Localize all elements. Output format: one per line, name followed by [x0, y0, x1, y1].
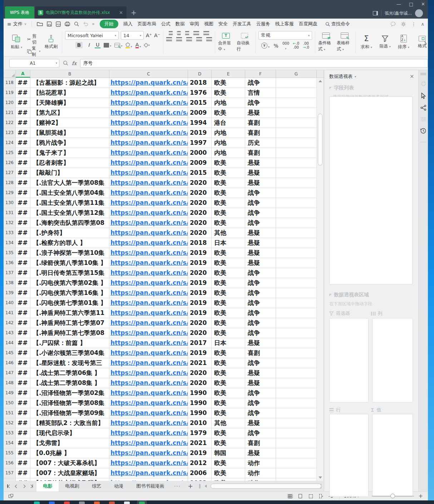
align-bottom-icon[interactable]: [185, 31, 189, 35]
cell-genre[interactable]: 喜剧: [245, 118, 276, 128]
tab-cloud[interactable]: 云服务: [256, 21, 270, 27]
cell-empty[interactable]: [276, 428, 317, 438]
row-number[interactable]: 148: [4, 378, 16, 388]
cell-link[interactable]: https://pan.quark.cn/s/: [109, 148, 188, 158]
cell-genre[interactable]: 喜剧: [245, 148, 276, 158]
cell-region[interactable]: 港台: [212, 118, 245, 128]
align-middle-icon[interactable]: [177, 31, 181, 35]
cell-year[interactable]: 2019: [188, 288, 212, 298]
cell-genre[interactable]: 悬疑: [245, 108, 276, 118]
table-row[interactable]: 129 ## 【.国土安全第八季第04集 https://pan.quark.c…: [4, 188, 324, 198]
cell-title[interactable]: 【.尸囚狱：前篇 】: [30, 338, 109, 348]
cell-serial[interactable]: ##: [16, 368, 30, 378]
tab-page-layout[interactable]: 页面布局: [138, 21, 156, 27]
cell-empty[interactable]: [276, 378, 317, 388]
tab-support[interactable]: 线上客服: [275, 21, 294, 27]
cell-empty[interactable]: [276, 308, 317, 318]
cell-serial[interactable]: ##: [16, 138, 30, 148]
cell-genre[interactable]: 战争: [245, 328, 276, 338]
taskbar-icon[interactable]: [79, 501, 85, 504]
cell-region[interactable]: 日本: [212, 338, 245, 348]
table-row[interactable]: 122 ## 【赌神2】 https://pan.quark.cn/s/ 199…: [4, 118, 324, 128]
cell-region[interactable]: 欧美: [212, 478, 245, 481]
increase-decimal-button[interactable]: ←.0.00: [293, 42, 299, 49]
cell-title[interactable]: 【007外传之巡弋飞弹】: [30, 478, 109, 481]
cell-link[interactable]: https://pan.quark.cn/s/: [109, 328, 188, 338]
cell-link[interactable]: https://pan.quark.cn/s/: [109, 218, 188, 228]
row-number[interactable]: 136: [4, 258, 16, 268]
sum-button[interactable]: Σ 求和 ▾: [359, 35, 374, 50]
row-number[interactable]: 121: [4, 108, 16, 118]
table-row[interactable]: 130 ## 【.国土安全第八季第11集 https://pan.quark.c…: [4, 198, 324, 208]
cell-empty[interactable]: [276, 358, 317, 368]
cell-empty[interactable]: [276, 448, 317, 458]
row-number[interactable]: 119: [4, 88, 16, 98]
cell-genre[interactable]: 战争: [245, 308, 276, 318]
cell-year[interactable]: 2020: [188, 228, 212, 238]
cell-link[interactable]: https://pan.quark.cn/s/: [109, 248, 188, 258]
more-quick-icons[interactable]: »: [92, 21, 94, 26]
cell-link[interactable]: https://pan.quark.cn/s/: [109, 358, 188, 368]
cell-serial[interactable]: ##: [16, 288, 30, 298]
cell-title[interactable]: 【.法官大人第一季第08集: [30, 178, 109, 188]
tab-review[interactable]: 审阅: [190, 21, 199, 27]
cell-empty[interactable]: [276, 288, 317, 298]
cell-link[interactable]: https://pan.quark.cn/s/: [109, 408, 188, 418]
cell-year[interactable]: 2020: [188, 198, 212, 208]
cell-year[interactable]: 2021: [188, 358, 212, 368]
cell-empty[interactable]: [276, 168, 317, 178]
taskbar-icon[interactable]: [109, 501, 115, 504]
cell-title[interactable]: 【赌神2】: [30, 118, 109, 128]
row-number[interactable]: 141: [4, 308, 16, 318]
decrease-decimal-button[interactable]: .00→.0: [303, 42, 309, 49]
cell-region[interactable]: 欧美: [212, 178, 245, 188]
cell-year[interactable]: 2019: [188, 248, 212, 258]
cell-title[interactable]: 【007：大破天幕杀机】: [30, 458, 109, 468]
cell-serial[interactable]: ##: [16, 98, 30, 108]
row-number[interactable]: 123: [4, 128, 16, 138]
taskbar-icon[interactable]: [124, 501, 130, 504]
cell-region[interactable]: 欧美: [212, 368, 245, 378]
cell-title[interactable]: 【现代启示录】: [30, 428, 109, 438]
cell-genre[interactable]: 言情: [245, 88, 276, 98]
cell-link[interactable]: https://pan.quark.cn/s/: [109, 398, 188, 408]
cell-link[interactable]: https://pan.quark.cn/s/: [109, 128, 188, 138]
cell-link[interactable]: https://pan.quark.cn/s/: [109, 108, 188, 118]
cell-region[interactable]: 欧美: [212, 268, 245, 278]
cell-title[interactable]: 【.沼泽怪物第一季第08集: [30, 398, 109, 408]
cell-region[interactable]: 欧美: [212, 108, 245, 118]
cell-empty[interactable]: [276, 148, 317, 158]
table-row[interactable]: 125 ## 【鬼子来了】 https://pan.quark.cn/s/ 20…: [4, 148, 324, 158]
cell-empty[interactable]: [276, 408, 317, 418]
table-row[interactable]: 153 ## 【现代启示录】 https://pan.quark.cn/s/ 1…: [4, 428, 324, 438]
taskbar-icon-wps-active[interactable]: [139, 501, 145, 504]
italic-button[interactable]: I: [86, 42, 92, 48]
cell-title[interactable]: 【0.0兆赫 】: [30, 448, 109, 458]
cell-region[interactable]: 欧美: [212, 188, 245, 198]
share-icon[interactable]: [420, 105, 426, 111]
table-row[interactable]: 126 ## 【忍者刺客】 https://pan.quark.cn/s/ 20…: [4, 158, 324, 168]
align-center-icon[interactable]: [176, 37, 182, 41]
history-clock-icon[interactable]: [420, 128, 426, 134]
prev-sheet-icon[interactable]: [15, 484, 18, 488]
cell-serial[interactable]: ##: [16, 448, 30, 458]
cell-empty[interactable]: [276, 368, 317, 378]
cell-title[interactable]: 【鬼子来了】: [30, 148, 109, 158]
next-sheet-icon[interactable]: [22, 484, 25, 488]
close-doc-icon[interactable]: ✕: [118, 10, 124, 15]
merge-center-button[interactable]: T 合并居中 ▾: [218, 33, 234, 52]
cell-year[interactable]: 2009: [188, 108, 212, 118]
cell-title[interactable]: 【.闪电侠第六季第02集 】: [30, 278, 109, 288]
table-row[interactable]: 131 ## 【.国土安全第八季第12集 https://pan.quark.c…: [4, 208, 324, 218]
cell-genre[interactable]: 悬疑: [245, 158, 276, 168]
row-number[interactable]: 158: [4, 478, 16, 481]
cell-empty[interactable]: [276, 458, 317, 468]
tab-formulas[interactable]: 公式: [161, 21, 171, 27]
cell-empty[interactable]: [276, 278, 317, 288]
cell-year[interactable]: 2019: [188, 258, 212, 268]
row-number[interactable]: 146: [4, 358, 16, 368]
chat-icon[interactable]: [390, 21, 396, 26]
row-number[interactable]: 122: [4, 118, 16, 128]
cell-region[interactable]: 欧美: [212, 378, 245, 388]
cell-link[interactable]: https://pan.quark.cn/s/: [109, 78, 188, 88]
